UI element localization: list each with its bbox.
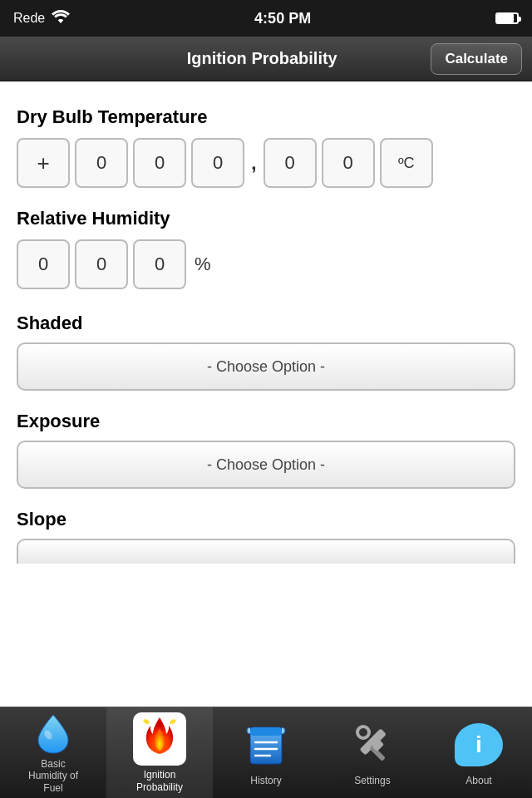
decimal-comma: , xyxy=(251,151,257,175)
sign-box[interactable]: + xyxy=(17,138,70,188)
tab-history[interactable]: History xyxy=(213,707,319,798)
tab-ignition-label: IgnitionProbability xyxy=(136,769,183,793)
tab-history-label: History xyxy=(250,775,281,786)
history-icon-wrap xyxy=(239,718,293,771)
unit-box: ºC xyxy=(380,138,433,188)
slope-input-partial xyxy=(17,539,515,564)
basic-humidity-icon-wrap xyxy=(27,712,80,755)
humidity-label: Relative Humidity xyxy=(17,208,515,229)
humidity-digit-1[interactable]: 0 xyxy=(75,239,128,289)
carrier-label: Rede xyxy=(13,11,45,26)
status-left: Rede xyxy=(13,10,70,27)
nav-title: Ignition Probability xyxy=(93,49,431,68)
wifi-icon xyxy=(52,10,70,27)
about-icon-wrap: i xyxy=(452,718,505,771)
ignition-probability-icon-wrap xyxy=(133,712,186,766)
tab-settings[interactable]: Settings xyxy=(319,707,426,798)
exposure-choose-button[interactable]: - Choose Option - xyxy=(17,441,515,489)
tab-bar: BasicHumidity ofFuel xyxy=(0,707,532,798)
status-time: 4:50 PM xyxy=(254,10,311,27)
slope-section: Slope xyxy=(17,509,515,564)
calculate-button[interactable]: Calculate xyxy=(431,43,522,75)
settings-icon-wrap xyxy=(346,718,399,771)
humidity-digit-2[interactable]: 0 xyxy=(133,239,186,289)
slope-label: Slope xyxy=(17,509,515,530)
digit-box-1[interactable]: 0 xyxy=(133,138,186,188)
humidity-input-row: 0 0 0 % xyxy=(17,239,515,289)
tab-settings-label: Settings xyxy=(354,775,390,786)
shaded-section: Shaded - Choose Option - xyxy=(17,313,515,391)
droplet-icon xyxy=(32,712,75,755)
shaded-label: Shaded xyxy=(17,313,515,334)
humidity-digit-0[interactable]: 0 xyxy=(17,239,70,289)
about-bubble-icon: i xyxy=(455,723,503,766)
svg-rect-2 xyxy=(250,727,282,736)
dry-bulb-input-row: + 0 0 0 , 0 0 ºC xyxy=(17,138,515,188)
exposure-section: Exposure - Choose Option - xyxy=(17,411,515,489)
scroll-icon xyxy=(245,722,287,767)
tab-ignition-probability[interactable]: IgnitionProbability xyxy=(106,707,213,798)
shaded-choose-button[interactable]: - Choose Option - xyxy=(17,342,515,391)
fire-icon xyxy=(138,716,181,762)
settings-icon xyxy=(352,722,393,767)
battery-icon xyxy=(495,12,519,24)
status-bar: Rede 4:50 PM xyxy=(0,0,532,37)
nav-bar: Ignition Probability Calculate xyxy=(0,37,532,81)
svg-point-7 xyxy=(357,727,369,738)
percent-label: % xyxy=(195,254,211,275)
tab-basic-humidity[interactable]: BasicHumidity ofFuel xyxy=(0,707,106,798)
main-content: Dry Bulb Temperature + 0 0 0 , 0 0 ºC Re… xyxy=(0,81,532,707)
exposure-label: Exposure xyxy=(17,411,515,432)
tab-about-label: About xyxy=(466,775,491,786)
decimal-digit-1[interactable]: 0 xyxy=(322,138,375,188)
status-right xyxy=(495,12,519,24)
decimal-digit-0[interactable]: 0 xyxy=(264,138,317,188)
digit-box-0[interactable]: 0 xyxy=(75,138,128,188)
tab-about[interactable]: i About xyxy=(426,707,532,798)
tab-basic-humidity-label: BasicHumidity ofFuel xyxy=(28,758,78,794)
dry-bulb-label: Dry Bulb Temperature xyxy=(17,106,515,128)
digit-box-2[interactable]: 0 xyxy=(191,138,244,188)
